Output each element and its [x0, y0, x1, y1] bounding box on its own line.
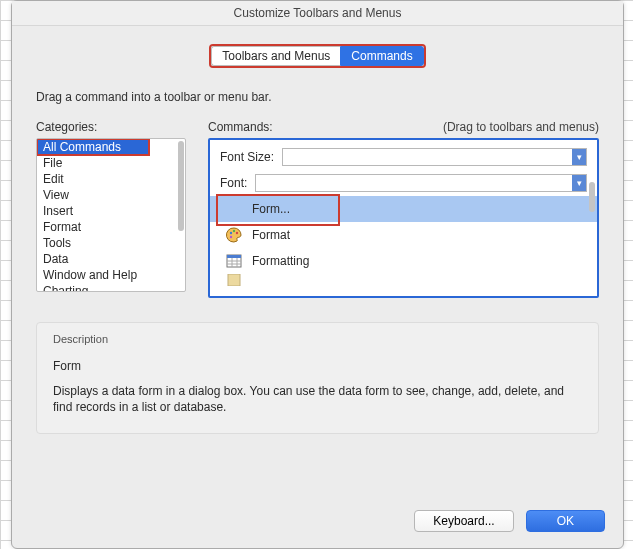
table-icon	[226, 253, 242, 269]
category-item-view[interactable]: View	[37, 187, 185, 203]
customize-dialog: Customize Toolbars and Menus Toolbars an…	[11, 0, 624, 549]
description-heading: Description	[53, 333, 582, 345]
category-item-all-commands[interactable]: All Commands	[37, 139, 149, 155]
command-item-formatting[interactable]: Formatting	[210, 248, 597, 274]
description-command-name: Form	[53, 359, 582, 373]
command-item-label: Format	[252, 228, 290, 242]
description-panel: Description Form Displays a data form in…	[36, 322, 599, 434]
tab-toolbars-and-menus[interactable]: Toolbars and Menus	[211, 46, 340, 66]
categories-scrollbar[interactable]	[178, 141, 184, 231]
categories-listbox[interactable]: All Commands File Edit View Insert Forma…	[36, 138, 186, 292]
category-item-charting[interactable]: Charting	[37, 283, 185, 292]
commands-drag-hint: (Drag to toolbars and menus)	[443, 120, 599, 134]
font-size-label: Font Size:	[220, 150, 274, 164]
font-size-combo[interactable]	[282, 148, 587, 166]
svg-point-1	[233, 230, 235, 232]
command-font-row[interactable]: Font:	[210, 170, 597, 196]
dialog-footer: Keyboard... OK	[12, 500, 623, 548]
instruction-text: Drag a command into a toolbar or menu ba…	[36, 90, 599, 104]
font-combo[interactable]	[255, 174, 587, 192]
svg-point-2	[236, 232, 238, 234]
command-item-label: Form...	[252, 202, 290, 216]
command-item-label: Formatting	[252, 254, 309, 268]
blank-icon	[226, 201, 242, 217]
generic-icon	[226, 274, 242, 286]
palette-icon	[226, 227, 242, 243]
commands-scrollbar[interactable]	[589, 182, 595, 212]
category-item-data[interactable]: Data	[37, 251, 185, 267]
keyboard-button[interactable]: Keyboard...	[414, 510, 513, 532]
svg-rect-10	[228, 274, 240, 286]
category-item-edit[interactable]: Edit	[37, 171, 185, 187]
command-item-form[interactable]: Form...	[210, 196, 597, 222]
category-item-tools[interactable]: Tools	[37, 235, 185, 251]
category-item-file[interactable]: File	[37, 155, 185, 171]
dialog-title: Customize Toolbars and Menus	[12, 1, 623, 26]
command-item-more[interactable]	[210, 274, 597, 286]
description-text: Displays a data form in a dialog box. Yo…	[53, 383, 582, 415]
command-item-format[interactable]: Format	[210, 222, 597, 248]
svg-point-3	[230, 236, 232, 238]
svg-point-0	[230, 232, 232, 234]
category-item-insert[interactable]: Insert	[37, 203, 185, 219]
tab-commands[interactable]: Commands	[340, 46, 423, 66]
commands-label: Commands:	[208, 120, 273, 134]
font-label: Font:	[220, 176, 247, 190]
category-item-format[interactable]: Format	[37, 219, 185, 235]
category-item-window-and-help[interactable]: Window and Help	[37, 267, 185, 283]
categories-label: Categories:	[36, 120, 186, 134]
command-font-size-row[interactable]: Font Size:	[210, 144, 597, 170]
svg-rect-5	[227, 255, 241, 258]
commands-listbox[interactable]: Font Size: Font: Form...	[208, 138, 599, 298]
tab-segmented-control: Toolbars and Menus Commands	[36, 44, 599, 68]
ok-button[interactable]: OK	[526, 510, 605, 532]
